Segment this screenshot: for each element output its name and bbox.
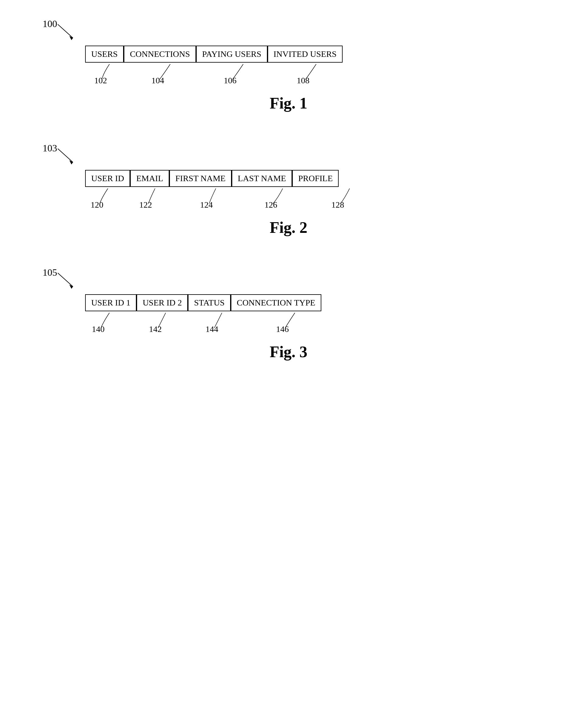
- fig2-col-email: EMAIL: [130, 170, 169, 187]
- fig1-col-invited-users: INVITED USERS: [267, 46, 343, 62]
- page: 100 USERS CONNECTIONS PAYING USERS INVIT…: [0, 0, 577, 728]
- fig1-table: USERS CONNECTIONS PAYING USERS INVITED U…: [85, 46, 343, 62]
- callout-102: 102: [94, 76, 107, 84]
- svg-line-2: [58, 149, 73, 162]
- fig1-callout-svg: 102 104 106 108: [85, 62, 359, 84]
- callout-122: 122: [139, 200, 152, 208]
- callout-106: 106: [224, 76, 237, 84]
- fig3-table: USER ID 1 USER ID 2 STATUS CONNECTION TY…: [85, 294, 321, 311]
- callout-108: 108: [297, 76, 310, 84]
- fig1-col-connections: CONNECTIONS: [124, 46, 196, 62]
- fig3-col-connection-type: CONNECTION TYPE: [231, 294, 321, 311]
- svg-line-4: [58, 273, 73, 287]
- fig2-col-profile: PROFILE: [292, 170, 339, 187]
- fig3-callout-svg: 140 142 144 146: [85, 311, 389, 333]
- fig3-col-status: STATUS: [188, 294, 231, 311]
- callout-128: 128: [331, 200, 344, 208]
- fig1-col-paying-users: PAYING USERS: [196, 46, 267, 62]
- figure-1-section: 100 USERS CONNECTIONS PAYING USERS INVIT…: [24, 18, 553, 112]
- fig3-col-userid1: USER ID 1: [85, 294, 136, 311]
- callout-146: 146: [276, 324, 289, 333]
- callout-126: 126: [264, 200, 277, 208]
- figure-2-section: 103 USER ID EMAIL FIRST NAME LAST NAME P…: [24, 142, 553, 236]
- fig2-col-lastname: LAST NAME: [232, 170, 292, 187]
- svg-line-0: [58, 24, 73, 38]
- fig3-label: Fig. 3: [24, 343, 553, 361]
- fig1-label: Fig. 1: [24, 94, 553, 112]
- fig2-callout-svg: 120 122 124 126 128: [85, 187, 420, 208]
- callout-140: 140: [92, 324, 105, 333]
- figure-3-section: 105 USER ID 1 USER ID 2 STATUS CONNECTIO…: [24, 267, 553, 361]
- callout-142: 142: [149, 324, 162, 333]
- fig2-col-firstname: FIRST NAME: [169, 170, 232, 187]
- callout-144: 144: [206, 324, 218, 333]
- fig3-col-userid2: USER ID 2: [136, 294, 188, 311]
- callout-104: 104: [151, 76, 164, 84]
- callout-124: 124: [200, 200, 213, 208]
- fig2-table: USER ID EMAIL FIRST NAME LAST NAME PROFI…: [85, 170, 339, 187]
- fig2-col-userid: USER ID: [85, 170, 130, 187]
- callout-120: 120: [90, 200, 103, 208]
- fig1-col-users: USERS: [85, 46, 124, 62]
- fig2-label: Fig. 2: [24, 218, 553, 236]
